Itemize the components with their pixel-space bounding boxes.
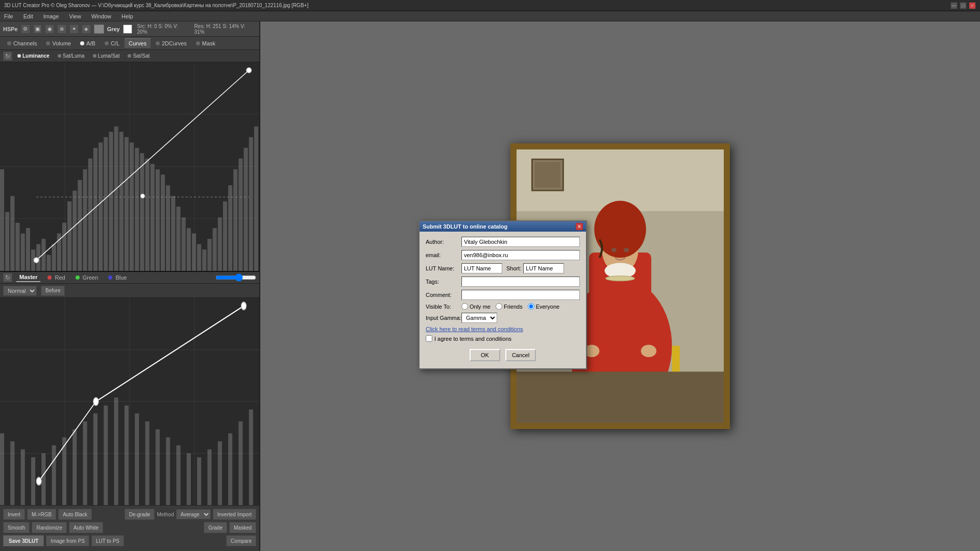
channel-blue[interactable]: Blue	[105, 273, 130, 282]
channel-green[interactable]: Green	[72, 273, 102, 282]
menu-view[interactable]: View	[67, 12, 83, 20]
svg-rect-77	[83, 421, 87, 505]
tool-icon-2[interactable]: ◉	[45, 24, 54, 34]
svg-point-98	[241, 302, 246, 310]
blend-mode-select[interactable]: Normal	[3, 286, 37, 296]
tab-volume[interactable]: Volume	[42, 39, 75, 48]
menu-file[interactable]: File	[2, 12, 15, 20]
author-input[interactable]	[461, 237, 580, 247]
tool-icon-1[interactable]: ▣	[33, 24, 42, 34]
curve-top-area[interactable]	[0, 62, 259, 271]
svg-rect-35	[145, 159, 149, 271]
subtab-luminance[interactable]: Luminance	[14, 52, 53, 60]
subtab-satsat[interactable]: Sat/Sat	[125, 52, 153, 60]
svg-rect-74	[52, 445, 56, 505]
channel-slider[interactable]	[215, 273, 256, 282]
color-swatch-grey[interactable]	[94, 24, 104, 34]
email-row: email:	[426, 250, 580, 260]
auto-black-button[interactable]: Auto Black	[58, 509, 92, 520]
svg-rect-85	[166, 437, 170, 505]
minimize-button[interactable]: —	[950, 2, 958, 9]
svg-rect-23	[83, 169, 87, 271]
radio-everyone[interactable]: Everyone	[528, 303, 559, 310]
ok-button[interactable]: OK	[470, 349, 500, 361]
svg-rect-70	[10, 441, 14, 505]
tab-cl[interactable]: C/L	[101, 39, 124, 48]
tool-icon-5[interactable]: ◈	[82, 24, 91, 34]
lut-name-row: LUT Name: Short:	[426, 263, 580, 273]
menu-edit[interactable]: Edit	[21, 12, 35, 20]
src-info: Src: H: 0 S: 0% V: 20%	[137, 23, 189, 35]
lut-name-input[interactable]	[461, 263, 502, 273]
tab-2dcurves[interactable]: 2DCurves	[152, 39, 191, 48]
svg-rect-79	[104, 406, 108, 505]
channel-master[interactable]: Master	[16, 273, 40, 282]
m-rgb-button[interactable]: M->RGB	[27, 509, 56, 520]
refresh-button[interactable]: ↻	[3, 52, 12, 61]
tags-input[interactable]	[461, 277, 580, 287]
submit-dialog: Submit 3DLUT to online catalog × Author:…	[419, 220, 587, 369]
svg-rect-73	[41, 454, 45, 506]
tags-row: Tags:	[426, 277, 580, 287]
svg-rect-39	[166, 185, 170, 271]
agree-row: I agree to terms and conditions	[426, 335, 580, 342]
svg-rect-11	[21, 234, 25, 271]
svg-point-96	[36, 477, 41, 485]
save-3dlut-button[interactable]: Save 3DLUT	[3, 535, 44, 546]
grey-label: Grey	[107, 26, 120, 32]
svg-rect-71	[21, 449, 25, 505]
compare-button[interactable]: Compare	[226, 535, 256, 546]
masked-button[interactable]: Masked	[229, 522, 256, 533]
cancel-button[interactable]: Cancel	[505, 349, 536, 361]
curve-bottom-area[interactable]	[0, 298, 259, 505]
svg-point-97	[93, 397, 99, 406]
channel-refresh-button[interactable]: ↻	[3, 273, 12, 282]
maximize-button[interactable]: □	[960, 2, 967, 9]
method-select[interactable]: Average	[176, 509, 211, 519]
svg-rect-49	[218, 217, 222, 271]
smooth-button[interactable]: Smooth	[3, 522, 30, 533]
auto-white-button[interactable]: Auto White	[69, 522, 103, 533]
short-label: Short:	[506, 265, 521, 271]
terms-link[interactable]: Click here to read terms and conditions	[426, 326, 580, 332]
radio-only-me[interactable]: Only me	[461, 303, 491, 310]
subtab-satluma[interactable]: Sat/Luma	[55, 52, 88, 60]
randomize-button[interactable]: Randomize	[32, 522, 67, 533]
before-button[interactable]: Before	[41, 286, 65, 296]
grade-button[interactable]: Grade	[204, 522, 227, 533]
invert-button[interactable]: Invert	[3, 509, 25, 520]
gamma-select[interactable]: Gamma Linear Log	[461, 313, 497, 323]
tab-mask[interactable]: Mask	[192, 39, 219, 48]
dialog-close-button[interactable]: ×	[576, 223, 583, 230]
menu-help[interactable]: Help	[119, 12, 135, 20]
comment-input[interactable]	[461, 290, 580, 300]
tab-curves[interactable]: Curves	[125, 38, 151, 48]
subtab-lumasat[interactable]: Luma/Sat	[90, 52, 123, 60]
tool-icon-4[interactable]: ✦	[69, 24, 79, 34]
tags-label: Tags:	[426, 279, 461, 285]
radio-friends[interactable]: Friends	[496, 303, 523, 310]
inverted-import-button[interactable]: Inverted Import	[213, 509, 256, 520]
email-input[interactable]	[461, 250, 580, 260]
settings-icon[interactable]: ⚙	[21, 24, 30, 34]
de-grade-section: De-grade Method Average	[125, 509, 211, 520]
svg-rect-78	[93, 413, 97, 505]
color-swatch-white[interactable]	[123, 24, 132, 34]
window-controls[interactable]: — □ ×	[950, 2, 976, 9]
menu-image[interactable]: Image	[41, 12, 61, 20]
lut-to-ps-button[interactable]: LUT to PS	[91, 535, 124, 546]
tab-channels[interactable]: Channels	[3, 39, 41, 48]
de-grade-button[interactable]: De-grade	[125, 509, 155, 520]
menu-window[interactable]: Window	[89, 12, 113, 20]
image-from-ps-button[interactable]: Image from PS	[46, 535, 89, 546]
visible-to-label: Visible To:	[426, 304, 461, 310]
svg-rect-25	[93, 148, 97, 271]
tab-ab[interactable]: A/B	[76, 39, 100, 48]
close-button[interactable]: ×	[969, 2, 976, 9]
short-name-input[interactable]	[523, 263, 564, 273]
channel-red[interactable]: Red	[44, 273, 68, 282]
svg-rect-37	[156, 169, 160, 271]
tool-icon-3[interactable]: ⊕	[57, 24, 66, 34]
agree-checkbox[interactable]	[426, 335, 432, 342]
svg-rect-33	[135, 148, 139, 271]
